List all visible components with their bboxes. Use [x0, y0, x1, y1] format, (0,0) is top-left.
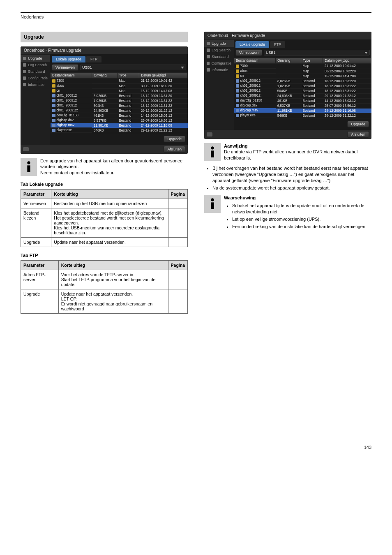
sidebar-item[interactable]: Standaard: [204, 53, 234, 60]
table-row[interactable]: player.exe546KBBestand29-12-2009 21:22:1…: [51, 128, 188, 133]
sidebar-item[interactable]: Upgrade: [204, 40, 234, 47]
file-icon: [52, 114, 55, 117]
table-row[interactable]: player.exe546KBBestand29-12-2009 21:22:1…: [234, 113, 371, 118]
live-view-icon[interactable]: [23, 147, 29, 151]
file-icon: [236, 79, 239, 83]
list-item: Bij het overdragen van het bestand wordt…: [212, 165, 371, 184]
file-icon: [52, 119, 55, 122]
table-row[interactable]: ch01_200912504KBBestand18-12-2009 13:31:…: [234, 88, 371, 93]
table-row[interactable]: devCfg_01150461KBBestand14-12-2009 15:03…: [51, 113, 188, 118]
screenshot-left: Onderhoud - Firmware upgrade Upgrade Log…: [21, 46, 188, 154]
folder-icon: [236, 65, 239, 68]
table-row: Bestand kiezenKies het updatebestand met…: [21, 208, 188, 238]
info-icon: [204, 195, 221, 213]
svg-point-0: [27, 161, 30, 164]
table-row[interactable]: digicap.mav11,981KBBestand24-12-2009 11:…: [234, 108, 371, 113]
live-view-icon[interactable]: [207, 132, 212, 136]
svg-rect-5: [211, 203, 214, 210]
upgrade-button[interactable]: Upgrade: [164, 136, 185, 142]
table-row[interactable]: digicap.mav11,981KBBestand24-12-2009 11:…: [51, 123, 188, 128]
folder-icon: [52, 79, 55, 83]
drive-select[interactable]: USB1: [80, 65, 186, 70]
file-table: Bestandsnaam Omvang Type Datum gewijzigd…: [234, 58, 371, 118]
sidebar-item[interactable]: Configuratie: [204, 60, 234, 67]
file-icon: [236, 99, 239, 102]
tab-ftp[interactable]: FTP: [86, 56, 101, 62]
refresh-button[interactable]: Vernieuwen: [52, 64, 78, 71]
header-left: Nederlands: [21, 14, 44, 19]
sidebar-item[interactable]: Upgrade: [21, 55, 50, 62]
window-title: Onderhoud - Firmware upgrade: [21, 46, 188, 54]
table-row[interactable]: ch01_2009123,026KBBestand18-12-2009 13:3…: [51, 93, 188, 98]
file-icon: [52, 104, 55, 107]
note-text: Aanwijzing De update via FTP werkt allee…: [224, 143, 371, 162]
sidebar-item[interactable]: Log Search: [204, 47, 234, 53]
config-icon: [207, 62, 210, 65]
info-icon: [23, 83, 26, 86]
table-row[interactable]: ch01_2009123,026KBBestand18-12-2009 13:3…: [234, 79, 371, 83]
upgrade-icon: [207, 42, 210, 45]
table-row[interactable]: cnMap15-12-2009 14:47:08: [51, 88, 188, 93]
table-row[interactable]: 7300Map21-12-2009 19:01:42: [51, 79, 188, 84]
tab-local-upgrade[interactable]: Lokale upgrade: [52, 56, 85, 62]
log-icon: [23, 63, 26, 67]
table-row[interactable]: digicap.dav6,537KBBestand25-07-2009 16:5…: [234, 103, 371, 108]
table-row[interactable]: abusMap30-12-2009 18:02:20: [234, 69, 371, 74]
log-icon: [207, 49, 210, 52]
folder-icon: [236, 74, 239, 78]
file-icon: [52, 129, 55, 132]
sidebar-item[interactable]: Log Search: [21, 62, 50, 68]
sidebar-item[interactable]: Informatie: [204, 67, 234, 73]
table-row[interactable]: digicap.dav6,537KBBestand25-07-2009 16:5…: [51, 118, 188, 123]
file-icon: [52, 109, 55, 112]
list-item: Na de systeemupdate wordt het apparaat o…: [212, 185, 371, 191]
table-row[interactable]: cnMap15-12-2009 14:47:08: [234, 74, 371, 79]
note-text: Een upgrade van het apparaat kan alleen …: [40, 158, 188, 176]
list-item: Let op een veilige stroomvoorziening (UP…: [232, 216, 371, 222]
svg-point-2: [211, 146, 214, 149]
table-row: VernieuwenBestanden op het USB-medium op…: [21, 199, 188, 208]
screenshot-right: Onderhoud - Firmware upgrade Upgrade Log…: [204, 32, 371, 139]
file-icon: [52, 94, 55, 97]
upgrade-icon: [23, 57, 26, 60]
file-icon: [236, 84, 239, 88]
svg-rect-3: [211, 150, 214, 157]
tab-ftp[interactable]: FTP: [270, 41, 285, 48]
table-row: UpgradeUpdate naar het apparaat verzende…: [21, 289, 188, 314]
params-table-ftp: Parameter Korte uitleg Pagina Adres FTP-…: [21, 260, 188, 314]
table-row[interactable]: ch01_200912504KBBestand18-12-2009 13:31:…: [51, 103, 188, 108]
window-title: Onderhoud - Firmware upgrade: [204, 32, 371, 39]
section-title: Upgrade: [21, 32, 188, 42]
table-row[interactable]: ch01_200912:24,803KBBestand29-12-2009 21…: [51, 108, 188, 113]
tab-local-upgrade[interactable]: Lokale upgrade: [235, 41, 269, 48]
sidebar-item[interactable]: Standaard: [21, 68, 50, 75]
table-row[interactable]: ch01_2009121,029KBBestand18-12-2009 13:3…: [234, 83, 371, 88]
file-icon: [236, 109, 239, 112]
table-row[interactable]: devCfg_01150461KBBestand14-12-2009 15:03…: [234, 98, 371, 103]
table-row[interactable]: 7300Map21-12-2009 19:01:42: [234, 64, 371, 69]
svg-point-4: [211, 199, 214, 201]
upgrade-button[interactable]: Upgrade: [347, 121, 369, 127]
close-button[interactable]: Afsluiten: [347, 131, 369, 138]
table-row[interactable]: abusMap30-12-2009 18:02:20: [51, 83, 188, 88]
info-icon: [21, 158, 37, 176]
file-table: Bestandsnaam Omvang Type Datum gewijzigd…: [50, 72, 188, 133]
folder-icon: [236, 69, 239, 73]
sidebar-item[interactable]: Informatie: [21, 81, 50, 88]
refresh-button[interactable]: Vernieuwen: [235, 49, 262, 56]
subheader-local: Tab Lokale upgrade: [21, 182, 188, 187]
default-icon: [23, 70, 26, 73]
table-row[interactable]: ch01_200912:24,803KBBestand29-12-2009 21…: [234, 93, 371, 98]
table-row[interactable]: ch01_2009121,029KBBestand18-12-2009 13:3…: [51, 98, 188, 103]
file-icon: [52, 99, 55, 102]
file-icon: [236, 94, 239, 97]
folder-icon: [52, 89, 55, 92]
sidebar-item[interactable]: Configuratie: [21, 75, 50, 81]
file-icon: [52, 124, 55, 127]
table-row: UpgradeUpdate naar het apparaat verzende…: [21, 238, 188, 247]
bullet-list: Bij het overdragen van het bestand wordt…: [204, 165, 371, 191]
close-button[interactable]: Afsluiten: [164, 146, 185, 153]
list-item: Schakel het apparaat tijdens de update n…: [232, 203, 371, 215]
info-icon: [207, 68, 210, 72]
drive-select[interactable]: USB1: [264, 50, 370, 56]
